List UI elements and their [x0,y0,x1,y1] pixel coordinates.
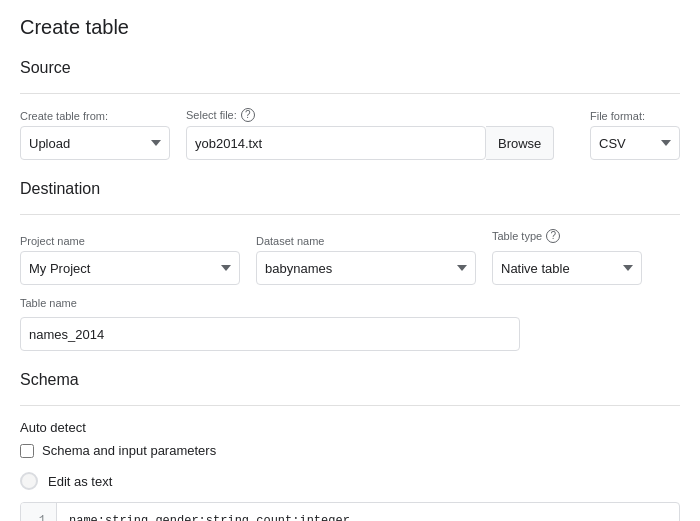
table-name-input[interactable] [20,317,520,351]
table-type-label: Table type [492,230,542,242]
table-type-select[interactable]: Native table [492,251,642,285]
auto-detect-label: Auto detect [20,420,680,435]
source-section: Source Create table from: Upload Select … [20,59,680,160]
table-name-label: Table name [20,297,680,309]
select-file-help-icon[interactable]: ? [241,108,255,122]
file-format-group: File format: CSV [590,110,680,160]
select-file-label: Select file: ? [186,108,574,122]
table-type-group: Table type ? Native table [492,229,642,285]
create-from-select[interactable]: Upload [20,126,170,160]
table-name-group: Table name [20,297,680,351]
line-numbers: 1 [21,503,57,521]
create-from-group: Create table from: Upload [20,110,170,160]
schema-divider [20,405,680,406]
table-type-label-row: Table type ? [492,229,642,243]
project-label: Project name [20,235,240,247]
project-select[interactable]: My Project [20,251,240,285]
dataset-select[interactable]: babynames [256,251,476,285]
page-title: Create table [20,16,680,39]
dataset-label: Dataset name [256,235,476,247]
edit-as-text-row: Edit as text [20,472,680,490]
code-editor: 1 name:string,gender:string,count:intege… [20,502,680,521]
schema-checkbox-label: Schema and input parameters [42,443,216,458]
schema-checkbox[interactable] [20,444,34,458]
file-text-input[interactable] [186,126,486,160]
destination-row: Project name My Project Dataset name bab… [20,229,680,285]
destination-divider [20,214,680,215]
table-type-help-icon[interactable]: ? [546,229,560,243]
source-row: Create table from: Upload Select file: ?… [20,108,680,160]
code-content[interactable]: name:string,gender:string,count:integer [57,503,679,521]
file-format-label: File format: [590,110,680,122]
dataset-group: Dataset name babynames [256,235,476,285]
schema-section: Schema Auto detect Schema and input para… [20,371,680,521]
destination-section-title: Destination [20,180,680,202]
source-divider [20,93,680,94]
file-input-group: Browse [186,126,574,160]
file-format-select[interactable]: CSV [590,126,680,160]
browse-button[interactable]: Browse [486,126,554,160]
line-number-1: 1 [31,511,46,521]
project-group: Project name My Project [20,235,240,285]
select-file-group: Select file: ? Browse [186,108,574,160]
destination-section: Destination Project name My Project Data… [20,180,680,351]
source-section-title: Source [20,59,680,81]
create-from-label: Create table from: [20,110,170,122]
edit-as-text-radio[interactable] [20,472,38,490]
schema-section-title: Schema [20,371,680,393]
edit-as-text-label: Edit as text [48,474,112,489]
schema-checkbox-row: Schema and input parameters [20,443,680,458]
